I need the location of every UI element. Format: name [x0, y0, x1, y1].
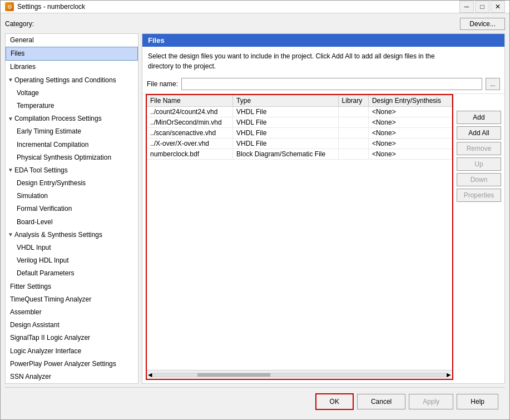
h-scroll-thumb [197, 373, 270, 377]
titlebar: ⚙ Settings - numberclock ─ □ ✕ [1, 1, 509, 13]
table-row[interactable]: ../count24/count24.vhdVHDL File<None> [147, 107, 452, 117]
sidebar-item-simulation[interactable]: Simulation [6, 190, 138, 202]
right-panel: Files Select the design files you want t… [142, 33, 505, 384]
sidebar-item-early-timing[interactable]: Early Timing Estimate [6, 125, 138, 138]
down-button[interactable]: Down [457, 173, 501, 186]
titlebar-left: ⚙ Settings - numberclock [5, 2, 85, 11]
add-button[interactable]: Add [457, 111, 501, 124]
cell-type: VHDL File [233, 117, 338, 128]
sidebar: General Files Libraries ▼ Operating Sett… [5, 33, 138, 384]
cell-file_name: ../MinOrSecond/min.vhd [147, 117, 233, 128]
sidebar-group-operating[interactable]: ▼ Operating Settings and Conditions [6, 74, 138, 87]
sidebar-item-signaltap[interactable]: SignalTap II Logic Analyzer [6, 332, 138, 344]
help-button[interactable]: Help [457, 394, 498, 409]
window-title: Settings - numberclock [17, 3, 85, 11]
col-library: Library [338, 95, 368, 107]
sidebar-item-design-entry[interactable]: Design Entry/Synthesis [6, 177, 138, 190]
table-row[interactable]: numberclock.bdfBlock Diagram/Schematic F… [147, 149, 452, 160]
minimize-button[interactable]: ─ [459, 1, 474, 13]
action-buttons: Add Add All Remove Up Down Properties [457, 94, 501, 380]
browse-button[interactable]: ... [486, 78, 500, 90]
cell-type: VHDL File [233, 107, 338, 117]
sidebar-item-incremental[interactable]: Incremental Compilation [6, 139, 138, 151]
cell-type: VHDL File [233, 128, 338, 139]
sidebar-item-voltage[interactable]: Voltage [6, 87, 138, 100]
scroll-left-icon[interactable]: ◀ [148, 372, 152, 378]
sidebar-item-compilation-label: Compilation Process Settings [14, 113, 102, 124]
sidebar-group-compilation[interactable]: ▼ Compilation Process Settings [6, 112, 138, 125]
cell-file_name: ../scan/scenactive.vhd [147, 128, 233, 139]
apply-button[interactable]: Apply [409, 394, 453, 409]
cell-library [338, 117, 368, 128]
close-button[interactable]: ✕ [491, 1, 505, 13]
cell-library [338, 107, 368, 117]
cell-design_entry: <None> [368, 107, 452, 117]
sidebar-item-general[interactable]: General [6, 34, 138, 47]
expand-icon-compilation: ▼ [8, 115, 13, 123]
cell-library [338, 128, 368, 139]
app-icon: ⚙ [5, 2, 14, 11]
col-type: Type [233, 95, 338, 107]
maximize-button[interactable]: □ [475, 1, 489, 13]
ok-button[interactable]: OK [315, 393, 354, 410]
sidebar-item-logic-analyzer[interactable]: Logic Analyzer Interface [6, 345, 138, 358]
file-table-scroll[interactable]: File Name Type Library Design Entry/Synt… [147, 95, 452, 370]
cancel-button[interactable]: Cancel [357, 394, 405, 409]
scroll-right-icon[interactable]: ▶ [447, 372, 451, 378]
sidebar-item-ssn[interactable]: SSN Analyzer [6, 370, 138, 383]
table-row[interactable]: ../X-over/X-over.vhdVHDL File<None> [147, 139, 452, 149]
panel-title: Files [142, 34, 504, 47]
cell-design_entry: <None> [368, 117, 452, 128]
panel-body: Files Select the design files you want t… [142, 33, 505, 384]
sidebar-item-powerplay[interactable]: PowerPlay Power Analyzer Settings [6, 358, 138, 370]
main-content: Category: Device... General Files Librar… [1, 13, 509, 419]
table-row[interactable]: ../scan/scenactive.vhdVHDL File<None> [147, 128, 452, 139]
cell-design_entry: <None> [368, 128, 452, 139]
file-name-input[interactable] [181, 78, 482, 90]
file-table: File Name Type Library Design Entry/Synt… [147, 95, 452, 160]
sidebar-group-analysis[interactable]: ▼ Analysis & Synthesis Settings [6, 229, 138, 241]
up-button[interactable]: Up [457, 157, 501, 171]
sidebar-item-physical-synthesis[interactable]: Physical Synthesis Optimization [6, 151, 138, 164]
horizontal-scrollbar[interactable]: ◀ ▶ [147, 370, 452, 379]
sidebar-item-fitter[interactable]: Fitter Settings [6, 280, 138, 293]
file-name-label: File name: [147, 80, 178, 88]
remove-button[interactable]: Remove [457, 142, 501, 155]
col-file-name: File Name [147, 95, 233, 107]
cell-design_entry: <None> [368, 139, 452, 149]
table-row[interactable]: ../MinOrSecond/min.vhdVHDL File<None> [147, 117, 452, 128]
sidebar-item-vhdl[interactable]: VHDL Input [6, 241, 138, 254]
sidebar-item-timequest[interactable]: TimeQuest Timing Analyzer [6, 293, 138, 306]
cell-library [338, 149, 368, 160]
sidebar-item-analysis-label: Analysis & Synthesis Settings [14, 230, 102, 240]
col-design-entry: Design Entry/Synthesis [368, 95, 452, 107]
sidebar-item-board-level[interactable]: Board-Level [6, 216, 138, 229]
sidebar-item-operating-label: Operating Settings and Conditions [14, 75, 116, 86]
sidebar-group-eda[interactable]: ▼ EDA Tool Settings [6, 164, 138, 177]
main-window: ⚙ Settings - numberclock ─ □ ✕ Category:… [0, 0, 510, 420]
sidebar-item-default-params[interactable]: Default Parameters [6, 267, 138, 280]
sidebar-item-assembler[interactable]: Assembler [6, 306, 138, 319]
expand-icon-eda: ▼ [8, 166, 13, 175]
sidebar-item-files[interactable]: Files [6, 47, 138, 61]
add-all-button[interactable]: Add All [457, 126, 501, 140]
panel-description: Select the design files you want to incl… [148, 51, 499, 71]
category-label: Category: [5, 20, 34, 28]
properties-button[interactable]: Properties [457, 189, 501, 202]
sidebar-item-libraries[interactable]: Libraries [6, 61, 138, 73]
cell-library [338, 139, 368, 149]
sidebar-item-temperature[interactable]: Temperature [6, 100, 138, 112]
sidebar-item-eda-label: EDA Tool Settings [14, 165, 68, 176]
sidebar-item-formal[interactable]: Formal Verification [6, 202, 138, 215]
content-area: General Files Libraries ▼ Operating Sett… [5, 33, 505, 384]
titlebar-controls: ─ □ ✕ [459, 1, 505, 13]
cell-type: Block Diagram/Schematic File [233, 149, 338, 160]
sidebar-item-verilog[interactable]: Verilog HDL Input [6, 254, 138, 267]
cell-file_name: ../count24/count24.vhd [147, 107, 233, 117]
cell-file_name: numberclock.bdf [147, 149, 233, 160]
h-scroll-track[interactable] [154, 373, 445, 377]
category-header: Category: Device... [5, 18, 505, 30]
sidebar-item-design-assistant[interactable]: Design Assistant [6, 319, 138, 332]
device-button[interactable]: Device... [460, 18, 505, 30]
expand-icon-analysis: ▼ [8, 230, 13, 239]
